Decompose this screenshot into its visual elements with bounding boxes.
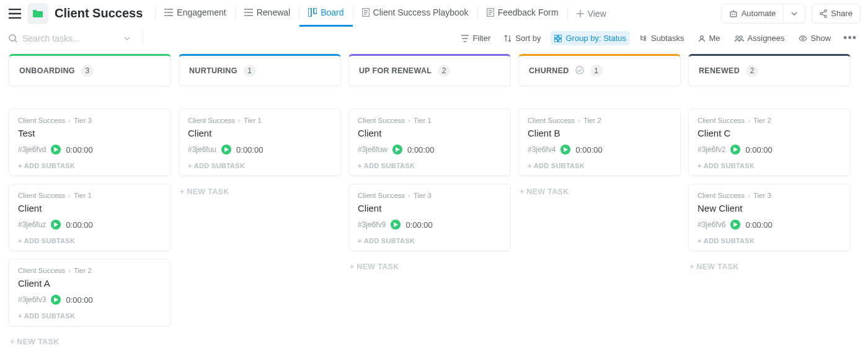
time-tracked: 0:00:00 [236, 145, 263, 155]
play-icon[interactable] [51, 295, 61, 305]
share-button[interactable]: Share [812, 4, 860, 23]
show-label: Show [811, 34, 831, 43]
groupby-button[interactable]: Group by: Status [551, 31, 630, 45]
task-card[interactable]: Client Success›Tier 2Client B#3je6fv40:0… [518, 109, 681, 176]
play-icon[interactable] [392, 145, 402, 155]
play-icon[interactable] [391, 220, 401, 230]
tab-feedback[interactable]: Feedback Form [478, 0, 567, 27]
view-tabs: Engagement Renewal Board Client Success … [155, 0, 614, 27]
tab-playbook[interactable]: Client Success Playbook [353, 0, 477, 27]
add-subtask-button[interactable]: + ADD SUBTASK [358, 162, 502, 169]
svg-rect-12 [559, 35, 562, 38]
new-task-button[interactable]: + NEW TASK [348, 259, 511, 275]
svg-rect-1 [314, 8, 317, 14]
add-subtask-button[interactable]: + ADD SUBTASK [528, 162, 671, 169]
chevron-right-icon: › [68, 117, 71, 124]
column-title: ONBOARDING [19, 66, 75, 75]
svg-rect-0 [308, 8, 311, 17]
tab-renewal[interactable]: Renewal [236, 0, 299, 27]
task-card[interactable]: Client Success›Tier 1Client#3je6fuw0:00:… [348, 109, 511, 176]
board-column-renewed: RENEWED2Client Success›Tier 2Client C#3j… [688, 54, 851, 275]
column-title: UP FOR RENEWAL [359, 66, 432, 75]
card-meta: #3je6fv90:00:00 [358, 220, 502, 230]
sort-button[interactable]: Sort by [500, 31, 544, 45]
me-button[interactable]: Me [694, 31, 724, 45]
menu-icon[interactable] [7, 6, 22, 21]
play-icon[interactable] [730, 145, 740, 155]
new-task-button[interactable]: + NEW TASK [688, 259, 851, 275]
more-button[interactable]: ••• [841, 32, 859, 45]
task-card[interactable]: Client Success›Tier 3Client#3je6fv90:00:… [348, 184, 511, 251]
assignees-button[interactable]: Assignees [730, 31, 789, 45]
add-subtask-button[interactable]: + ADD SUBTASK [18, 162, 162, 169]
subtasks-button[interactable]: Subtasks [636, 31, 688, 45]
new-task-button[interactable]: + NEW TASK [518, 184, 681, 200]
robot-icon [729, 9, 738, 18]
filter-icon [461, 35, 469, 42]
play-icon[interactable] [730, 220, 740, 230]
column-header[interactable]: RENEWED2 [688, 54, 851, 86]
group-icon [554, 35, 562, 42]
filter-button[interactable]: Filter [458, 31, 494, 45]
subtasks-icon [640, 35, 647, 42]
add-subtask-button[interactable]: + ADD SUBTASK [18, 312, 162, 320]
task-card[interactable]: Client Success›Tier 1Client#3je6fuz0:00:… [9, 184, 171, 251]
chevron-down-icon[interactable] [124, 37, 130, 40]
person-icon [698, 35, 706, 42]
add-subtask-button[interactable]: + ADD SUBTASK [188, 162, 332, 169]
play-icon[interactable] [221, 145, 231, 155]
card-title: Client A [18, 278, 162, 289]
new-task-button[interactable]: + NEW TASK [9, 334, 171, 350]
play-icon[interactable] [560, 145, 570, 155]
breadcrumb-root: Client Success [358, 192, 405, 199]
task-card[interactable]: Client Success›Tier 3Test#3je6fvd0:00:00… [9, 109, 171, 176]
add-subtask-button[interactable]: + ADD SUBTASK [358, 237, 502, 244]
card-title: Client [358, 128, 502, 138]
play-icon[interactable] [51, 145, 61, 155]
new-task-button[interactable]: + NEW TASK [179, 184, 341, 200]
automate-chevron[interactable] [783, 4, 805, 23]
tab-label: Engagement [177, 7, 226, 17]
tab-engagement[interactable]: Engagement [156, 0, 234, 27]
card-meta: #3je6fv30:00:00 [18, 295, 162, 305]
show-button[interactable]: Show [795, 31, 835, 45]
add-view-button[interactable]: View [568, 0, 615, 27]
column-header[interactable]: ONBOARDING3 [9, 54, 171, 86]
column-header[interactable]: UP FOR RENEWAL2 [348, 54, 511, 86]
board: ONBOARDING3Client Success›Tier 3Test#3je… [0, 52, 868, 359]
share-icon [820, 9, 827, 18]
play-icon[interactable] [51, 220, 61, 230]
task-card[interactable]: Client Success›Tier 2Client A#3je6fv30:0… [9, 259, 171, 326]
add-subtask-button[interactable]: + ADD SUBTASK [698, 162, 841, 169]
topbar: Client Success Engagement Renewal Board … [0, 0, 868, 27]
task-card[interactable]: Client Success›Tier 1Client#3je6fuu0:00:… [179, 109, 341, 176]
task-card[interactable]: Client Success›Tier 2Client C#3je6fv20:0… [688, 109, 851, 176]
card-meta: #3je6fvd0:00:00 [18, 145, 162, 155]
board-column-churned: CHURNED1Client Success›Tier 2Client B#3j… [518, 54, 681, 200]
breadcrumb-root: Client Success [698, 117, 745, 124]
task-id: #3je6fuz [18, 220, 46, 229]
breadcrumb-tier: Tier 1 [74, 192, 92, 199]
task-card[interactable]: Client Success›Tier 3New Client#3je6fv60… [688, 184, 851, 251]
search[interactable] [9, 34, 130, 43]
tab-board[interactable]: Board [299, 0, 352, 27]
column-header[interactable]: CHURNED1 [518, 54, 681, 86]
chevron-down-icon [791, 12, 797, 16]
column-body: Client Success›Tier 3Test#3je6fvd0:00:00… [9, 109, 171, 350]
search-input[interactable] [22, 34, 115, 43]
card-breadcrumb: Client Success›Tier 1 [18, 192, 162, 199]
folder-icon[interactable] [27, 3, 48, 24]
task-id: #3je6fuu [188, 145, 216, 154]
add-subtask-button[interactable]: + ADD SUBTASK [698, 237, 841, 244]
page-title: Client Success [55, 6, 143, 20]
card-breadcrumb: Client Success›Tier 1 [188, 117, 332, 124]
svg-point-7 [825, 9, 827, 12]
svg-point-5 [732, 14, 733, 15]
subtasks-label: Subtasks [651, 34, 684, 43]
time-tracked: 0:00:00 [66, 145, 92, 155]
automate-button[interactable]: Automate [722, 4, 784, 23]
column-header[interactable]: NURTURING1 [179, 54, 341, 86]
add-subtask-button[interactable]: + ADD SUBTASK [18, 237, 162, 244]
column-count: 1 [244, 65, 256, 77]
card-breadcrumb: Client Success›Tier 3 [18, 117, 162, 124]
